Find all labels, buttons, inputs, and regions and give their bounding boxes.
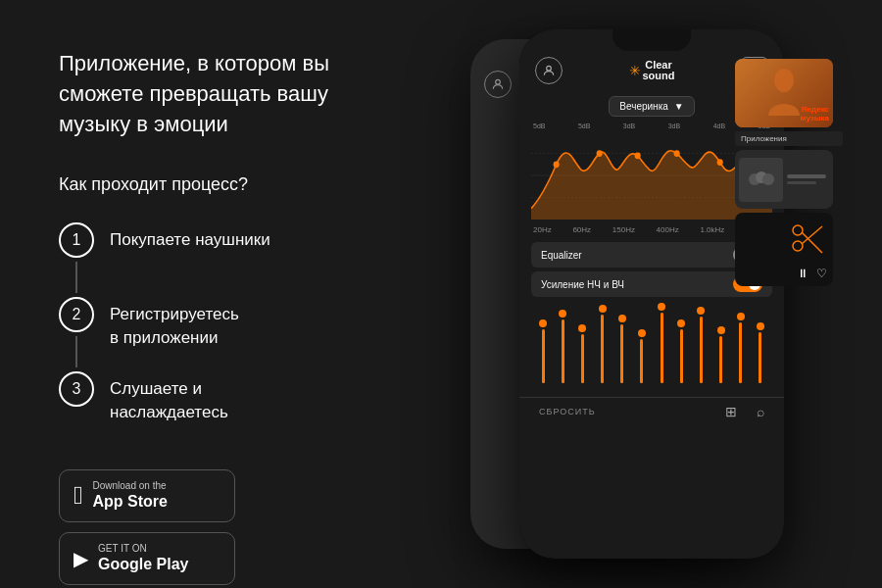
google-play-icon: ▶: [74, 547, 88, 570]
google-play-text-group: GET IT ON Google Play: [98, 543, 188, 573]
slider-9-track: [700, 317, 703, 383]
step-2-number: 2: [59, 297, 94, 332]
headline: Приложение, в котором вы сможете превращ…: [59, 49, 353, 139]
db-label-2: 5dB: [578, 122, 590, 129]
svg-point-10: [674, 150, 680, 157]
slider-10-track: [719, 336, 722, 383]
steps-list: 1 Покупаете наушники 2 Регистрируетесьв …: [59, 222, 372, 424]
svg-point-8: [597, 150, 603, 157]
slider-2[interactable]: [555, 310, 570, 383]
slider-5-dot: [618, 315, 626, 322]
slider-3-dot: [578, 324, 586, 332]
slider-6-track: [640, 339, 643, 383]
bottom-nav-icons: ⊞ ⌕: [725, 404, 764, 419]
dropdown-label: Вечеринка: [619, 101, 668, 112]
slider-10[interactable]: [713, 326, 729, 383]
svg-point-18: [793, 241, 803, 251]
person-silhouette: [764, 67, 804, 121]
slider-10-fill: [719, 336, 722, 383]
photo-music-card[interactable]: [735, 150, 833, 209]
slider-9[interactable]: [693, 307, 709, 383]
process-title: Как проходит процесс?: [59, 174, 372, 195]
suggestions-bar: Приложения: [735, 131, 843, 146]
slider-5-fill: [620, 324, 623, 383]
slider-1-fill: [542, 329, 545, 383]
slider-4-track: [601, 315, 604, 383]
grid-icon[interactable]: ⊞: [725, 404, 737, 419]
slider-6[interactable]: [634, 329, 650, 383]
phone-logo: ✳ Clear sound: [629, 60, 675, 81]
slider-3[interactable]: [574, 324, 590, 383]
step-2: 2 Регистрируетесьв приложении: [59, 297, 372, 371]
app-store-text-group: Download on the App Store: [93, 480, 168, 511]
slider-12-fill: [759, 332, 761, 383]
slider-11-track: [739, 322, 742, 383]
svg-point-11: [717, 159, 723, 166]
band-photo: [739, 158, 783, 202]
app-store-button[interactable]:  Download on the App Store: [59, 469, 235, 522]
slider-6-dot: [638, 329, 646, 337]
slider-7[interactable]: [654, 303, 669, 383]
slider-12[interactable]: [753, 322, 768, 383]
slider-1-track: [542, 329, 545, 383]
slider-11-dot: [737, 313, 745, 320]
step-1: 1 Покупаете наушники: [59, 222, 372, 297]
slider-3-track: [581, 334, 584, 383]
svg-point-0: [496, 79, 501, 84]
freq-1khz: 1.0kHz: [700, 225, 724, 234]
freq-20hz: 20Hz: [533, 225, 552, 234]
scissors-card[interactable]: ⏸ ♡: [735, 213, 833, 286]
svg-point-13: [774, 69, 794, 92]
apple-icon: : [74, 480, 83, 511]
profile-dropdown[interactable]: Вечеринка ▼: [609, 96, 694, 117]
phone-bottom-bar: СБРОСИТЬ ⊞ ⌕: [519, 397, 784, 425]
step-3: 3 Слушаете инаслаждаетесь: [59, 371, 372, 424]
google-play-button[interactable]: ▶ GET IT ON Google Play: [59, 532, 235, 585]
slider-10-dot: [717, 326, 725, 334]
yandex-music-card[interactable]: Яндексмузыка: [735, 59, 833, 127]
slider-1-dot: [539, 319, 547, 327]
step-1-connector: 1: [59, 222, 94, 297]
db-label-5: 4dB: [713, 122, 725, 129]
freq-400hz: 400Hz: [657, 225, 679, 234]
slider-5[interactable]: [614, 315, 630, 383]
equalizer-toggle-label: Equalizer: [541, 250, 582, 261]
step-2-text: Регистрируетесьв приложении: [110, 297, 239, 350]
slider-7-dot: [658, 303, 665, 311]
slider-9-fill: [700, 317, 703, 383]
slider-5-track: [620, 324, 623, 383]
svg-point-16: [762, 173, 774, 185]
main-container: Приложение, в котором вы сможете превращ…: [0, 0, 882, 588]
pause-icon[interactable]: ⏸: [797, 267, 808, 280]
card-play-controls: ⏸ ♡: [741, 267, 827, 280]
slider-11[interactable]: [733, 313, 749, 383]
search-icon[interactable]: ⌕: [757, 404, 764, 419]
slider-11-fill: [739, 322, 742, 383]
music-cards-panel: Яндексмузыка Приложения: [735, 59, 843, 286]
phone-notch: [612, 29, 691, 51]
left-panel: Приложение, в котором вы сможете превращ…: [0, 0, 412, 588]
logo-sound: sound: [643, 71, 675, 81]
slider-8-track: [680, 329, 683, 383]
reset-button[interactable]: СБРОСИТЬ: [539, 407, 596, 416]
step-1-number: 1: [59, 222, 94, 258]
slider-4[interactable]: [595, 305, 611, 383]
step-connector-line-2: [75, 336, 77, 368]
phone-wrapper: ✳ Clear sound: [461, 29, 833, 578]
app-store-small-text: Download on the: [93, 480, 168, 492]
step-3-number: 3: [59, 371, 94, 407]
download-buttons-group:  Download on the App Store ▶ GET IT ON …: [59, 469, 372, 585]
db-label-4: 3dB: [668, 122, 680, 129]
track-artist-bar: [787, 181, 816, 184]
phone-user-icon[interactable]: [535, 57, 563, 84]
slider-7-track: [661, 313, 663, 383]
slider-8[interactable]: [673, 319, 689, 383]
db-label-3: 3dB: [623, 122, 635, 129]
svg-point-17: [793, 225, 803, 235]
heart-icon[interactable]: ♡: [816, 267, 827, 280]
step-1-text: Покупаете наушники: [110, 222, 270, 252]
app-store-large-text: App Store: [93, 492, 168, 511]
dropdown-chevron-icon: ▼: [674, 101, 684, 112]
slider-1[interactable]: [535, 319, 551, 383]
music-card-info: [787, 174, 829, 184]
